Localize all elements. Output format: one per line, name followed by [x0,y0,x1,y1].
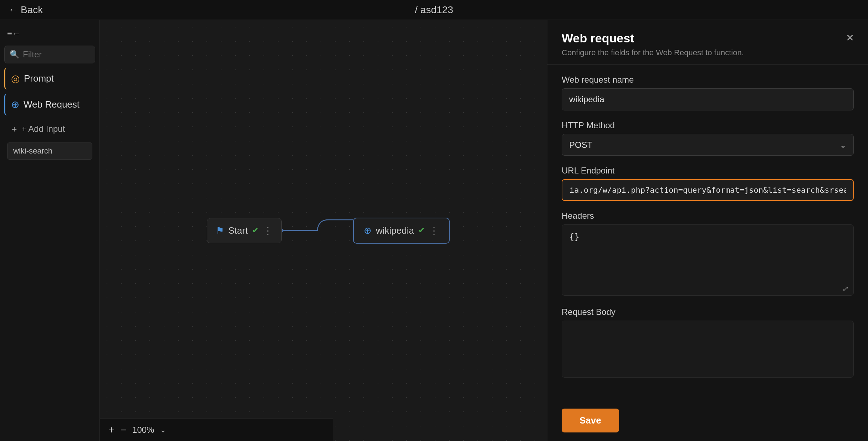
page-title: / asd123 [415,4,453,16]
add-input-button[interactable]: ＋ + Add Input [4,120,95,138]
request-body-textarea[interactable] [562,321,854,378]
http-method-field: HTTP Method GET POST PUT DELETE PATCH ⌄ [562,120,854,156]
start-flag-icon: ⚑ [216,225,224,236]
sidebar-item-label-web: Web Request [24,99,80,110]
add-input-label: + Add Input [21,124,65,134]
headers-label: Headers [562,211,854,221]
wiki-search-tag[interactable]: wiki-search [7,142,92,160]
canvas-content: ⚑ Start ✔ ⋮ ⊕ wikipedia ✔ ⋮ [100,20,547,441]
panel-header: Web request Configure the fields for the… [547,20,868,65]
wikipedia-node-label: wikipedia [376,225,414,236]
zoom-add-button[interactable]: + [108,424,115,436]
sidebar-item-web-request[interactable]: ⊕ Web Request [4,94,95,115]
sidebar-collapse-button[interactable]: ≡← [4,26,95,41]
web-request-name-label: Web request name [562,75,854,85]
request-body-label: Request Body [562,307,854,317]
url-endpoint-label: URL Endpoint [562,166,854,176]
canvas-toolbar: + − 100% ⌄ [100,419,333,441]
main-layout: ≡← 🔍 ◎ Prompt ⊕ Web Request ＋ + Add Inpu… [0,20,868,441]
headers-field: Headers {} ⤢ [562,211,854,297]
panel-title: Web request [562,31,744,45]
sidebar-item-prompt[interactable]: ◎ Prompt [4,68,95,89]
header: ← Back / asd123 [0,0,868,20]
search-icon: 🔍 [10,50,19,59]
start-node-label: Start [228,225,248,236]
wikipedia-check-icon: ✔ [418,226,425,235]
arrow-left-icon: ← [9,4,18,15]
expand-icon[interactable]: ⤢ [842,284,849,294]
start-node[interactable]: ⚑ Start ✔ ⋮ [207,218,282,243]
web-request-icon: ⊕ [11,99,19,110]
prompt-icon: ◎ [11,73,20,84]
canvas: ⚑ Start ✔ ⋮ ⊕ wikipedia ✔ ⋮ + − 100% [100,20,547,441]
search-input[interactable] [23,50,90,59]
sidebar-item-label-prompt: Prompt [24,73,54,84]
collapse-icon: ≡← [7,28,21,38]
url-endpoint-input[interactable] [562,179,854,201]
http-method-label: HTTP Method [562,120,854,130]
http-method-select[interactable]: GET POST PUT DELETE PATCH [562,134,854,156]
globe-icon: ⊕ [364,225,372,236]
start-menu-icon[interactable]: ⋮ [263,225,273,237]
save-button[interactable]: Save [562,409,619,432]
back-label: Back [21,4,43,16]
request-body-field: Request Body [562,307,854,379]
sidebar: ≡← 🔍 ◎ Prompt ⊕ Web Request ＋ + Add Inpu… [0,20,100,441]
close-button[interactable]: × [846,31,854,44]
url-endpoint-field: URL Endpoint [562,166,854,201]
web-request-name-input[interactable] [562,88,854,110]
back-button[interactable]: ← Back [9,4,43,16]
zoom-chevron-icon[interactable]: ⌄ [160,425,166,435]
add-icon: ＋ [10,123,19,135]
wikipedia-node[interactable]: ⊕ wikipedia ✔ ⋮ [353,218,450,244]
headers-textarea[interactable]: {} [562,224,854,296]
wikipedia-menu-icon[interactable]: ⋮ [429,225,439,237]
zoom-value: 100% [132,425,154,435]
connector-svg [282,216,353,245]
start-check-icon: ✔ [252,226,259,235]
zoom-minus-button[interactable]: − [121,424,127,436]
right-panel: Web request Configure the fields for the… [547,20,868,441]
search-box: 🔍 [4,46,95,63]
panel-footer: Save [547,400,868,441]
panel-subtitle: Configure the fields for the Web Request… [562,48,744,57]
web-request-name-field: Web request name [562,75,854,110]
panel-body: Web request name HTTP Method GET POST PU… [547,65,868,400]
